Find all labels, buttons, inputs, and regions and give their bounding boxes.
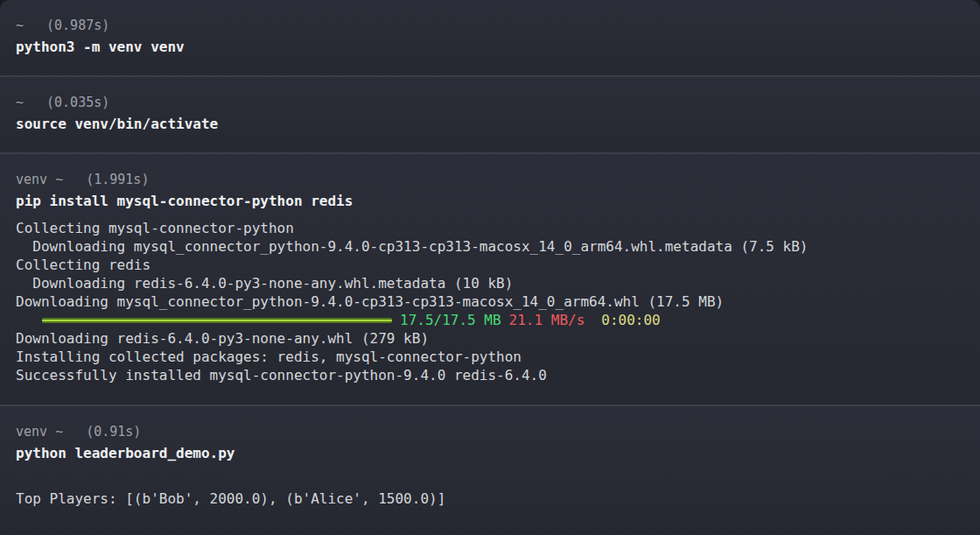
prompt-cwd: ~ — [16, 94, 24, 112]
output-line: Collecting mysql-connector-python — [16, 219, 964, 237]
output-line: Downloading mysql_connector_python-9.4.0… — [16, 237, 964, 256]
prompt-line: venv ~ (1.991s) — [16, 171, 964, 189]
progress-downloaded: 17.5/17.5 MB — [400, 311, 501, 329]
progress-eta: 0:00:00 — [601, 311, 660, 329]
command-block-leaderboard-demo[interactable]: venv ~ (0.91s) python leaderboard_demo.p… — [0, 405, 980, 535]
command-output: Top Players: [(b'Bob', 2000.0), (b'Alice… — [16, 471, 964, 508]
progress-speed: 21.1 MB/s — [509, 311, 585, 329]
terminal-window: ~ (0.987s) python3 -m venv venv ~ (0.035… — [0, 0, 980, 535]
prompt-duration: (0.035s) — [46, 94, 109, 112]
output-line: Installing collected packages: redis, my… — [16, 348, 964, 366]
output-line: Collecting redis — [16, 256, 964, 274]
command-text[interactable]: pip install mysql-connector-python redis — [16, 192, 964, 210]
prompt-cwd: ~ — [16, 17, 24, 35]
output-line: Downloading redis-6.4.0-py3-none-any.whl… — [16, 274, 964, 292]
pip-progress-row: 17.5/17.5 MB 21.1 MB/s 0:00:00 — [16, 311, 964, 329]
prompt-cwd: venv ~ — [16, 423, 63, 441]
prompt-duration: (1.991s) — [86, 171, 149, 189]
output-line: Top Players: [(b'Bob', 2000.0), (b'Alice… — [16, 489, 964, 508]
download-progress-bar — [42, 318, 392, 323]
prompt-duration: (0.987s) — [46, 17, 109, 35]
command-text[interactable]: source venv/bin/activate — [16, 115, 964, 133]
prompt-line: ~ (0.987s) — [16, 17, 964, 35]
output-line: Downloading redis-6.4.0-py3-none-any.whl… — [16, 329, 964, 348]
prompt-line: venv ~ (0.91s) — [16, 423, 964, 441]
output-line: Successfully installed mysql-connector-p… — [16, 366, 964, 384]
command-block-venv-activate[interactable]: ~ (0.035s) source venv/bin/activate — [0, 75, 980, 152]
command-block-venv-create[interactable]: ~ (0.987s) python3 -m venv venv — [0, 0, 980, 75]
command-text[interactable]: python leaderboard_demo.py — [16, 444, 964, 462]
output-line: Downloading mysql_connector_python-9.4.0… — [16, 292, 964, 311]
command-text[interactable]: python3 -m venv venv — [16, 38, 964, 56]
prompt-cwd: venv ~ — [16, 171, 63, 189]
output-line — [16, 471, 964, 489]
prompt-line: ~ (0.035s) — [16, 94, 964, 112]
command-output: Collecting mysql-connector-python Downlo… — [16, 219, 964, 384]
command-block-pip-install[interactable]: venv ~ (1.991s) pip install mysql-connec… — [0, 152, 980, 405]
prompt-duration: (0.91s) — [86, 423, 141, 441]
